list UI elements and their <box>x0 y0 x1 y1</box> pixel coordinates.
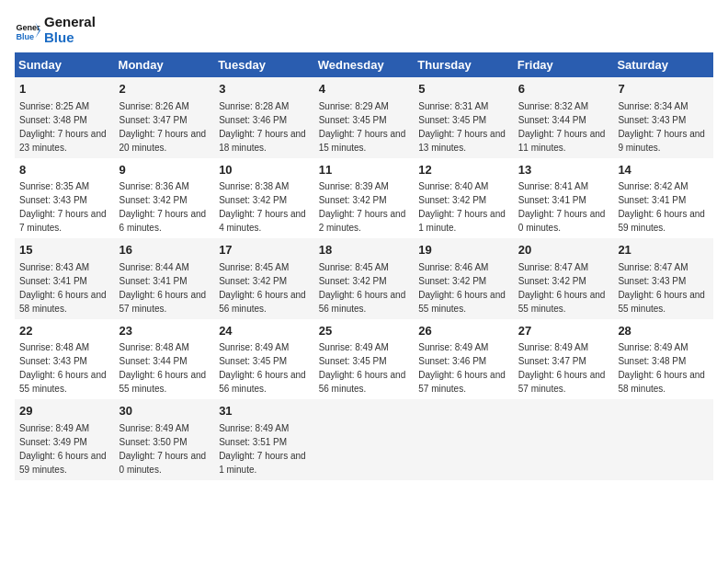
day-info: Sunrise: 8:49 AMSunset: 3:51 PMDaylight:… <box>219 423 306 475</box>
day-number: 13 <box>518 162 609 178</box>
calendar-cell <box>314 399 415 480</box>
calendar-cell <box>414 399 514 480</box>
day-info: Sunrise: 8:34 AMSunset: 3:43 PMDaylight:… <box>618 101 705 153</box>
weekday-header-wednesday: Wednesday <box>314 52 415 77</box>
day-info: Sunrise: 8:28 AMSunset: 3:46 PMDaylight:… <box>219 101 306 153</box>
day-info: Sunrise: 8:43 AMSunset: 3:41 PMDaylight:… <box>19 262 107 314</box>
day-info: Sunrise: 8:26 AMSunset: 3:47 PMDaylight:… <box>119 101 207 153</box>
calendar-cell: 15Sunrise: 8:43 AMSunset: 3:41 PMDayligh… <box>15 238 115 319</box>
day-number: 15 <box>19 242 110 259</box>
day-number: 23 <box>119 323 210 339</box>
day-number: 14 <box>618 162 709 178</box>
day-number: 17 <box>219 242 310 259</box>
weekday-header-friday: Friday <box>514 52 614 77</box>
day-number: 19 <box>418 242 509 259</box>
day-number: 27 <box>518 323 609 339</box>
day-number: 22 <box>19 323 110 339</box>
calendar-cell: 27Sunrise: 8:49 AMSunset: 3:47 PMDayligh… <box>514 319 614 400</box>
calendar-row-3: 15Sunrise: 8:43 AMSunset: 3:41 PMDayligh… <box>15 238 713 319</box>
calendar-row-2: 8Sunrise: 8:35 AMSunset: 3:43 PMDaylight… <box>15 158 713 239</box>
day-info: Sunrise: 8:49 AMSunset: 3:49 PMDaylight:… <box>19 423 107 475</box>
day-number: 16 <box>119 242 210 259</box>
calendar-cell: 17Sunrise: 8:45 AMSunset: 3:42 PMDayligh… <box>214 238 314 319</box>
day-number: 20 <box>518 242 609 259</box>
day-number: 18 <box>319 242 410 259</box>
day-info: Sunrise: 8:49 AMSunset: 3:45 PMDaylight:… <box>319 342 406 394</box>
calendar-table: SundayMondayTuesdayWednesdayThursdayFrid… <box>15 52 713 480</box>
calendar-cell: 22Sunrise: 8:48 AMSunset: 3:43 PMDayligh… <box>15 319 115 400</box>
day-number: 9 <box>119 162 210 178</box>
day-info: Sunrise: 8:49 AMSunset: 3:48 PMDaylight:… <box>618 342 705 394</box>
logo-blue: Blue <box>44 30 96 46</box>
day-number: 30 <box>119 403 210 419</box>
day-info: Sunrise: 8:47 AMSunset: 3:42 PMDaylight:… <box>518 262 606 314</box>
day-info: Sunrise: 8:44 AMSunset: 3:41 PMDaylight:… <box>119 262 207 314</box>
day-number: 12 <box>418 162 509 178</box>
calendar-cell: 7Sunrise: 8:34 AMSunset: 3:43 PMDaylight… <box>613 77 713 158</box>
day-info: Sunrise: 8:38 AMSunset: 3:42 PMDaylight:… <box>219 181 306 233</box>
calendar-cell: 5Sunrise: 8:31 AMSunset: 3:45 PMDaylight… <box>414 77 514 158</box>
day-info: Sunrise: 8:31 AMSunset: 3:45 PMDaylight:… <box>418 101 506 153</box>
day-number: 6 <box>518 81 609 98</box>
calendar-cell: 29Sunrise: 8:49 AMSunset: 3:49 PMDayligh… <box>15 399 115 480</box>
calendar-cell: 2Sunrise: 8:26 AMSunset: 3:47 PMDaylight… <box>115 77 215 158</box>
weekday-header-thursday: Thursday <box>414 52 514 77</box>
day-number: 7 <box>618 81 709 98</box>
day-info: Sunrise: 8:29 AMSunset: 3:45 PMDaylight:… <box>319 101 406 153</box>
calendar-cell: 25Sunrise: 8:49 AMSunset: 3:45 PMDayligh… <box>314 319 415 400</box>
day-info: Sunrise: 8:48 AMSunset: 3:43 PMDaylight:… <box>19 342 107 394</box>
calendar-cell: 18Sunrise: 8:45 AMSunset: 3:42 PMDayligh… <box>314 238 415 319</box>
calendar-cell: 23Sunrise: 8:48 AMSunset: 3:44 PMDayligh… <box>115 319 215 400</box>
calendar-row-5: 29Sunrise: 8:49 AMSunset: 3:49 PMDayligh… <box>15 399 713 480</box>
day-info: Sunrise: 8:36 AMSunset: 3:42 PMDaylight:… <box>119 181 207 233</box>
day-info: Sunrise: 8:35 AMSunset: 3:43 PMDaylight:… <box>19 181 107 233</box>
day-number: 26 <box>418 323 509 339</box>
calendar-cell: 8Sunrise: 8:35 AMSunset: 3:43 PMDaylight… <box>15 158 115 239</box>
calendar-cell: 13Sunrise: 8:41 AMSunset: 3:41 PMDayligh… <box>514 158 614 239</box>
calendar-cell: 16Sunrise: 8:44 AMSunset: 3:41 PMDayligh… <box>115 238 215 319</box>
calendar-row-1: 1Sunrise: 8:25 AMSunset: 3:48 PMDaylight… <box>15 77 713 158</box>
page-header: General Blue General Blue <box>15 15 713 45</box>
day-info: Sunrise: 8:49 AMSunset: 3:50 PMDaylight:… <box>119 423 207 475</box>
calendar-cell: 20Sunrise: 8:47 AMSunset: 3:42 PMDayligh… <box>514 238 614 319</box>
logo-icon: General Blue <box>15 17 40 43</box>
day-number: 5 <box>418 81 509 98</box>
day-info: Sunrise: 8:45 AMSunset: 3:42 PMDaylight:… <box>219 262 306 314</box>
calendar-cell: 31Sunrise: 8:49 AMSunset: 3:51 PMDayligh… <box>214 399 314 480</box>
day-info: Sunrise: 8:46 AMSunset: 3:42 PMDaylight:… <box>418 262 506 314</box>
svg-text:General: General <box>16 23 40 32</box>
day-number: 8 <box>19 162 110 178</box>
day-number: 11 <box>319 162 410 178</box>
calendar-cell: 28Sunrise: 8:49 AMSunset: 3:48 PMDayligh… <box>613 319 713 400</box>
calendar-cell: 30Sunrise: 8:49 AMSunset: 3:50 PMDayligh… <box>115 399 215 480</box>
day-info: Sunrise: 8:41 AMSunset: 3:41 PMDaylight:… <box>518 181 606 233</box>
day-info: Sunrise: 8:25 AMSunset: 3:48 PMDaylight:… <box>19 101 107 153</box>
day-info: Sunrise: 8:48 AMSunset: 3:44 PMDaylight:… <box>119 342 207 394</box>
day-number: 29 <box>19 403 110 419</box>
day-number: 3 <box>219 81 310 98</box>
weekday-header-monday: Monday <box>115 52 215 77</box>
weekday-header-row: SundayMondayTuesdayWednesdayThursdayFrid… <box>15 52 713 77</box>
logo: General Blue General Blue <box>15 15 96 45</box>
day-number: 2 <box>119 81 210 98</box>
calendar-cell: 11Sunrise: 8:39 AMSunset: 3:42 PMDayligh… <box>314 158 415 239</box>
day-info: Sunrise: 8:47 AMSunset: 3:43 PMDaylight:… <box>618 262 705 314</box>
calendar-cell: 1Sunrise: 8:25 AMSunset: 3:48 PMDaylight… <box>15 77 115 158</box>
calendar-cell: 9Sunrise: 8:36 AMSunset: 3:42 PMDaylight… <box>115 158 215 239</box>
weekday-header-tuesday: Tuesday <box>214 52 314 77</box>
calendar-cell: 26Sunrise: 8:49 AMSunset: 3:46 PMDayligh… <box>414 319 514 400</box>
day-info: Sunrise: 8:32 AMSunset: 3:44 PMDaylight:… <box>518 101 606 153</box>
calendar-cell: 21Sunrise: 8:47 AMSunset: 3:43 PMDayligh… <box>613 238 713 319</box>
day-number: 10 <box>219 162 310 178</box>
day-info: Sunrise: 8:49 AMSunset: 3:46 PMDaylight:… <box>418 342 506 394</box>
day-number: 28 <box>618 323 709 339</box>
day-info: Sunrise: 8:42 AMSunset: 3:41 PMDaylight:… <box>618 181 705 233</box>
day-info: Sunrise: 8:45 AMSunset: 3:42 PMDaylight:… <box>319 262 406 314</box>
weekday-header-saturday: Saturday <box>613 52 713 77</box>
calendar-cell: 3Sunrise: 8:28 AMSunset: 3:46 PMDaylight… <box>214 77 314 158</box>
calendar-row-4: 22Sunrise: 8:48 AMSunset: 3:43 PMDayligh… <box>15 319 713 400</box>
day-number: 1 <box>19 81 110 98</box>
day-info: Sunrise: 8:49 AMSunset: 3:47 PMDaylight:… <box>518 342 606 394</box>
day-number: 31 <box>219 403 310 419</box>
calendar-cell: 6Sunrise: 8:32 AMSunset: 3:44 PMDaylight… <box>514 77 614 158</box>
